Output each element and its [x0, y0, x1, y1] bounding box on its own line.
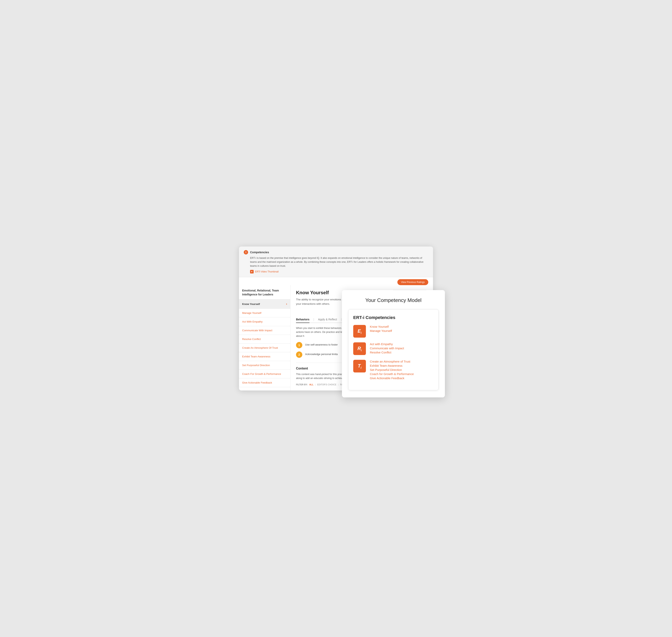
sidebar-item-label: Know Yourself — [242, 303, 260, 306]
behavior-text-1: Use self-awareness to foster — [305, 342, 338, 346]
info-bar-video: ERTi Video Thumbnail — [244, 270, 428, 273]
sidebar-item-label: Resolve Conflict — [242, 338, 261, 341]
overlay-title: Your Competency Model — [348, 297, 439, 303]
erti-item-coach-growth[interactable]: Coach for Growth & Performance — [370, 372, 414, 376]
filter-editors-choice[interactable]: EDITOR'S CHOICE — [317, 383, 337, 386]
erti-item-exhibit-team[interactable]: Exhibit Team-Awareness — [370, 364, 414, 367]
info-bar-actions: View Previous Ratings — [239, 277, 433, 285]
erti-badge-ei: Ei — [353, 325, 366, 338]
erti-group-ti: Ti Create an Atmosphere of Trust Exhibit… — [353, 360, 434, 380]
erti-badge-ri: Ri — [353, 342, 366, 355]
sidebar-item-exhibit-team-awareness[interactable]: Exhibit Team-Awareness › — [239, 352, 290, 361]
svg-point-0 — [246, 252, 246, 252]
sidebar-item-label: Manage Yourself — [242, 311, 261, 314]
erti-item-resolve-conflict[interactable]: Resolve Conflict — [370, 351, 404, 354]
sidebar-item-label: Coach For Growth & Performance — [242, 372, 281, 376]
erti-items-ti: Create an Atmosphere of Trust Exhibit Te… — [370, 360, 414, 380]
erti-badge-ti: Ti — [353, 360, 366, 372]
sidebar-item-know-yourself[interactable]: Know Yourself › — [239, 299, 290, 309]
tab-apply-reflect[interactable]: Apply & Reflect — [318, 316, 337, 323]
sidebar-item-manage-yourself[interactable]: Manage Yourself › — [239, 309, 290, 317]
sidebar-item-coach-growth[interactable]: Coach For Growth & Performance › — [239, 370, 290, 378]
filter-all[interactable]: ALL — [309, 383, 313, 386]
chevron-right-icon: › — [286, 302, 287, 306]
erti-item-manage-yourself[interactable]: Manage Yourself — [370, 329, 392, 332]
sidebar-item-resolve-conflict[interactable]: Resolve Conflict › — [239, 335, 290, 344]
competencies-icon — [244, 250, 248, 254]
video-icon — [250, 270, 254, 273]
erti-items-ri: Act with Empathy Communicate with Impact… — [370, 342, 404, 354]
erti-item-know-yourself[interactable]: Know Yourself — [370, 325, 392, 328]
sidebar-item-act-with-empathy[interactable]: Act With Empathy › — [239, 317, 290, 326]
erti-item-create-atmosphere[interactable]: Create an Atmosphere of Trust — [370, 360, 414, 363]
sidebar-item-label: Communicate With Impact — [242, 329, 272, 332]
erti-item-act-empathy[interactable]: Act with Empathy — [370, 342, 404, 346]
erti-item-give-feedback[interactable]: Give Actionable Feedback — [370, 377, 414, 380]
sidebar-item-create-atmosphere[interactable]: Create An Atmosphere Of Trust › — [239, 344, 290, 352]
filter-label: FILTER BY: — [296, 383, 308, 386]
sidebar-item-label: Create An Atmosphere Of Trust — [242, 346, 278, 349]
sidebar-item-set-direction[interactable]: Set Purposeful Direction › — [239, 361, 290, 370]
tab-behaviors[interactable]: Behaviors — [296, 316, 309, 323]
erti-item-communicate-impact[interactable]: Communicate with Impact — [370, 347, 404, 350]
erti-group-ri: Ri Act with Empathy Communicate with Imp… — [353, 342, 434, 355]
sidebar-item-label: Exhibit Team-Awareness — [242, 355, 270, 358]
behavior-number-1: 1 — [296, 342, 302, 348]
competency-model-overlay: Your Competency Model ERT-i Competencies… — [342, 290, 445, 397]
erti-item-set-direction[interactable]: Set Purposeful Direction — [370, 368, 414, 371]
svg-marker-1 — [252, 271, 253, 272]
info-bar: Competencies ERT-i is based on the premi… — [239, 247, 433, 277]
sidebar-item-label: Give Actionable Feedback — [242, 381, 272, 384]
erti-card: ERT-i Competencies Ei Know Yourself Mana… — [348, 309, 439, 390]
erti-items-ei: Know Yourself Manage Yourself — [370, 325, 392, 332]
erti-group-ei: Ei Know Yourself Manage Yourself — [353, 325, 434, 338]
sidebar-item-give-feedback[interactable]: Give Actionable Feedback › — [239, 378, 290, 387]
behavior-text-2: Acknowledge personal limita — [305, 351, 338, 356]
sidebar-heading: Emotional, Relational, Team Intelligence… — [239, 285, 290, 299]
erti-card-title: ERT-i Competencies — [353, 315, 434, 320]
sidebar-item-label: Act With Empathy — [242, 320, 262, 323]
sidebar: Emotional, Relational, Team Intelligence… — [239, 285, 290, 390]
view-previous-ratings-button[interactable]: View Previous Ratings — [397, 279, 428, 285]
sidebar-item-communicate-with-impact[interactable]: Communicate With Impact › — [239, 326, 290, 335]
sidebar-item-label: Set Purposeful Direction — [242, 364, 270, 367]
info-bar-title: Competencies — [250, 251, 269, 254]
behavior-number-2: 2 — [296, 351, 302, 358]
video-label[interactable]: ERTi Video Thumbnail — [255, 270, 278, 273]
info-bar-body: ERT-i is based on the premise that intel… — [244, 256, 428, 268]
